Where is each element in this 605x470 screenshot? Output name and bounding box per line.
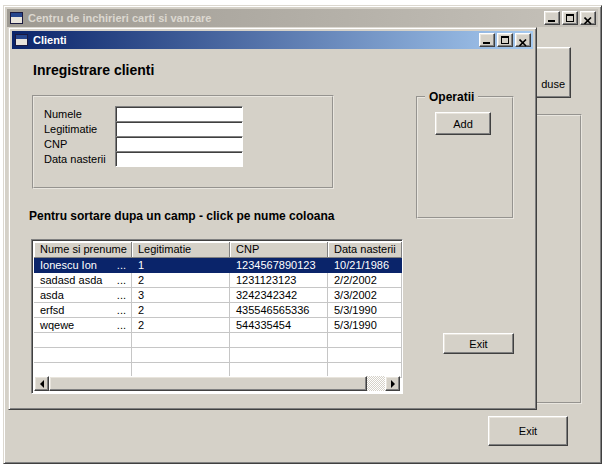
cell-cnp: 3242342342 [230,288,328,303]
clienti-close-button[interactable] [515,33,531,47]
table-row-empty[interactable] [34,348,400,363]
main-window-icon [10,12,23,24]
cell-data: 5/3/1990 [328,318,402,333]
grid-header-row: Nume si prenume Legitimatie CNP Data nas… [34,242,400,258]
cell-data: 2/2/2002 [328,273,402,288]
grid-empty-cell [230,333,328,348]
right-arrow-icon [391,380,395,388]
cell-cnp: 544335454 [230,318,328,333]
main-exit-button[interactable]: Exit [488,416,568,446]
cell-nume: wqewe... [34,318,132,333]
clienti-window-icon [15,34,28,46]
maximize-icon [566,14,574,22]
main-titlebar[interactable]: Centru de inchirieri carti si vanzare [7,9,598,27]
main-window-title: Centru de inchirieri carti si vanzare [28,12,544,24]
minimize-icon [548,20,555,22]
grid-empty-cell [132,348,230,363]
scroll-left-button[interactable] [34,376,49,391]
operatii-frame-label: Operatii [425,90,478,104]
minimize-icon [483,42,490,44]
close-icon [584,15,592,27]
legitimatie-field[interactable] [115,121,243,137]
numele-label: Numele [44,108,82,120]
cell-text: asda [40,289,64,301]
maximize-icon [501,36,509,44]
truncation-ellipsis: ... [117,274,126,286]
cell-nume: asda... [34,288,132,303]
clienti-titlebar[interactable]: Clienti [12,31,533,49]
cell-legitimatie: 3 [132,288,230,303]
cell-text: erfsd [40,304,64,316]
truncation-ellipsis: ... [117,259,126,271]
cell-text: sadasd asda [40,274,102,286]
cell-legitimatie: 2 [132,273,230,288]
operatii-frame: Operatii Add [416,96,514,219]
cell-data: 5/3/1990 [328,303,402,318]
grid-empty-cell [34,348,132,363]
table-row[interactable]: sadasd asda... 2 1231123123 2/2/2002 [34,273,400,288]
table-row[interactable]: wqewe... 2 544335454 5/3/1990 [34,318,400,333]
main-close-button[interactable] [580,11,596,25]
legitimatie-label: Legitimatie [44,123,97,135]
clienti-minimize-button[interactable] [479,33,495,47]
main-maximize-button[interactable] [562,11,578,25]
truncation-ellipsis: ... [117,304,126,316]
clienti-maximize-button[interactable] [497,33,513,47]
cell-data: 10/21/1986 [328,258,402,273]
numele-field[interactable] [115,106,243,122]
table-row[interactable]: asda... 3 3242342342 3/3/2002 [34,288,400,303]
scrollbar-thumb[interactable] [49,376,367,391]
data-nasterii-field[interactable] [115,151,243,167]
table-row[interactable]: erfsd... 2 435546565336 5/3/1990 [34,303,400,318]
grid-empty-cell [132,333,230,348]
cell-data: 3/3/2002 [328,288,402,303]
registration-frame: Numele Legitimatie CNP Data nasterii [32,95,334,189]
grid-empty-cell [230,348,328,363]
table-row-empty[interactable] [34,333,400,348]
clienti-exit-button[interactable]: Exit [443,333,514,354]
left-arrow-icon [40,380,44,388]
grid-empty-cell [34,333,132,348]
data-nasterii-label: Data nasterii [44,153,106,165]
page-title: Inregistrare clienti [33,62,154,78]
truncation-ellipsis: ... [117,289,126,301]
table-row[interactable]: Ionescu Ion... 1 1234567890123 10/21/198… [34,258,400,273]
column-header-legitimatie[interactable]: Legitimatie [132,242,230,258]
cell-legitimatie: 2 [132,303,230,318]
cell-nume: Ionescu Ion... [34,258,132,273]
clienti-window-title: Clienti [33,34,479,46]
close-icon [519,37,527,49]
cell-legitimatie: 2 [132,318,230,333]
cnp-label: CNP [44,138,67,150]
cnp-field[interactable] [115,136,243,152]
clienti-window: Clienti Inregistrare clienti Numele Legi… [8,27,537,410]
grid-empty-cell [328,333,402,348]
grid-empty-cell [328,348,402,363]
scroll-right-button[interactable] [385,376,400,391]
cell-nume: erfsd... [34,303,132,318]
truncation-ellipsis: ... [117,319,126,331]
clients-grid: Nume si prenume Legitimatie CNP Data nas… [31,239,403,394]
cell-text: wqewe [40,319,74,331]
cell-cnp: 435546565336 [230,303,328,318]
screen: Centru de inchirieri carti si vanzare du… [0,0,605,470]
cell-text: Ionescu Ion [40,259,97,271]
horizontal-scrollbar[interactable] [34,376,400,391]
column-header-data-nasterii[interactable]: Data nasterii [328,242,402,258]
main-minimize-button[interactable] [544,11,560,25]
cell-cnp: 1231123123 [230,273,328,288]
column-header-cnp[interactable]: CNP [230,242,328,258]
cell-legitimatie: 1 [132,258,230,273]
column-header-nume[interactable]: Nume si prenume [34,242,132,258]
add-button[interactable]: Add [435,112,491,135]
cell-nume: sadasd asda... [34,273,132,288]
sort-hint: Pentru sortare dupa un camp - click pe n… [29,209,334,223]
produse-button-label: duse [541,78,565,90]
cell-cnp: 1234567890123 [230,258,328,273]
